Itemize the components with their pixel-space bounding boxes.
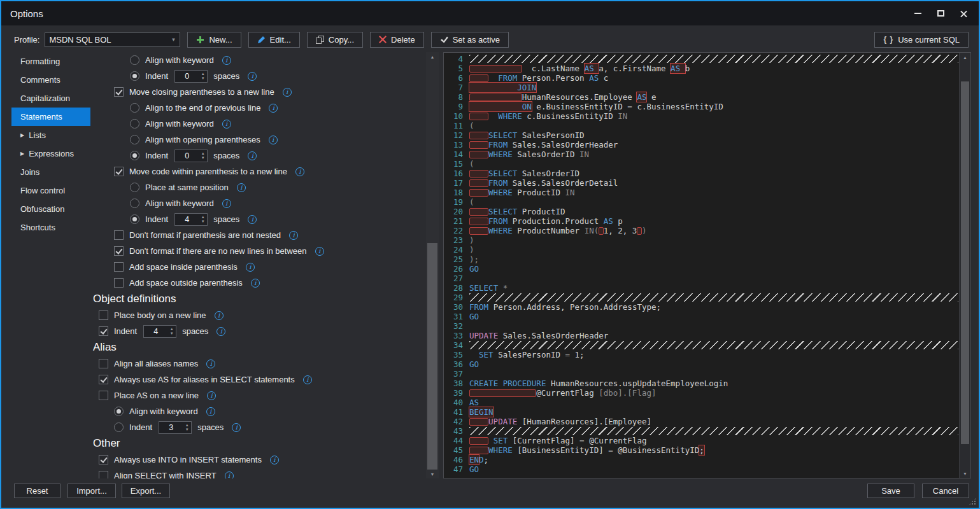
radio-icon[interactable] [130,151,139,160]
radio-icon[interactable] [130,199,139,208]
option-radio[interactable]: Align with keywordi [90,403,425,419]
checkbox-icon[interactable] [99,455,108,464]
checkbox-icon[interactable] [114,230,124,240]
info-icon[interactable]: i [248,215,257,224]
expand-arrow-icon[interactable]: ▶ [20,132,24,138]
sidebar-item-shortcuts[interactable]: Shortcuts [11,218,90,237]
info-icon[interactable]: i [283,88,292,97]
info-icon[interactable]: i [217,327,225,336]
copy-button[interactable]: Copy... [307,32,363,48]
option-checkbox[interactable]: Add space inside parenthesisi [90,259,425,275]
spinner-arrows[interactable]: ▲▼ [199,215,207,224]
option-radio[interactable]: Indent0▲▼spacesi [90,68,425,84]
option-checkbox[interactable]: Move code within parenthesis to a new li… [90,164,425,179]
option-radio[interactable]: Indent3▲▼spacesi [90,419,425,435]
spinner-down-icon[interactable]: ▼ [201,156,205,160]
import-button[interactable]: Import... [67,484,116,498]
option-radio[interactable]: Align with opening parenthesesi [90,132,425,148]
indent-spinner[interactable]: 0▲▼ [174,150,208,162]
close-button[interactable] [952,1,975,25]
indent-spinner[interactable]: 3▲▼ [159,421,192,434]
spinner-up-icon[interactable]: ▲ [201,215,205,220]
indent-spinner[interactable]: 4▲▼ [174,213,208,226]
checkbox-icon[interactable] [114,167,124,176]
option-checkbox[interactable]: Always use AS for aliases in SELECT stat… [90,372,425,387]
info-icon[interactable]: i [246,263,255,272]
sidebar-item-lists[interactable]: ▶Lists [11,126,90,144]
info-icon[interactable]: i [222,56,231,65]
spinner-down-icon[interactable]: ▼ [201,76,205,81]
checkbox-icon[interactable] [114,87,124,97]
cancel-button[interactable]: Cancel [922,484,969,498]
spinner-arrows[interactable]: ▲▼ [199,151,207,160]
options-scrollbar-thumb[interactable] [427,243,437,470]
radio-icon[interactable] [114,407,124,416]
radio-icon[interactable] [130,183,139,192]
info-icon[interactable]: i [269,104,278,113]
info-icon[interactable]: i [251,279,260,288]
spinner-down-icon[interactable]: ▼ [201,220,205,224]
maximize-button[interactable] [929,1,952,25]
option-radio[interactable]: Align with keywordi [90,116,425,132]
scroll-up-icon[interactable]: ▲ [426,52,439,61]
scroll-down-icon[interactable]: ▼ [426,470,439,478]
checkbox-icon[interactable] [99,359,108,368]
info-icon[interactable]: i [232,423,241,432]
export-button[interactable]: Export... [122,484,170,498]
info-icon[interactable]: i [248,151,257,160]
spinner-down-icon[interactable]: ▼ [170,331,174,336]
spinner-up-icon[interactable]: ▲ [170,327,174,331]
info-icon[interactable]: i [303,375,312,384]
option-checkbox[interactable]: Don't format if parenthesis are not nest… [90,227,425,243]
indent-spinner[interactable]: 4▲▼ [143,325,176,338]
radio-icon[interactable] [130,103,139,113]
checkbox-icon[interactable] [99,375,108,384]
scroll-up-icon[interactable]: ▲ [960,53,970,62]
info-icon[interactable]: i [248,72,257,81]
info-icon[interactable]: i [225,471,234,479]
option-radio[interactable]: Place at same positioni [90,179,425,195]
radio-icon[interactable] [130,55,139,65]
radio-icon[interactable] [130,135,139,144]
expand-arrow-icon[interactable]: ▶ [20,151,24,157]
option-checkbox[interactable]: Add space outside parenthesisi [90,275,425,291]
set-as-active-button[interactable]: Set as active [431,32,509,48]
info-icon[interactable]: i [222,199,231,208]
checkbox-icon[interactable] [114,246,124,256]
sidebar-item-statements[interactable]: Statements [11,108,90,126]
sidebar-item-comments[interactable]: Comments [11,71,90,89]
radio-icon[interactable] [130,119,139,129]
spinner-arrows[interactable]: ▲▼ [167,327,176,336]
indent-spinner[interactable]: 0▲▼ [174,70,208,83]
profile-select[interactable]: MSDN SQL BOL ▼ [45,32,180,47]
option-radio[interactable]: Indent4▲▼spacesi [90,211,425,227]
checkbox-icon[interactable] [99,310,108,320]
sidebar-item-joins[interactable]: Joins [11,163,90,181]
spinner-arrows[interactable]: ▲▼ [183,423,191,432]
info-icon[interactable]: i [269,136,278,144]
checkbox-icon[interactable] [114,278,124,288]
delete-button[interactable]: Delete [370,32,424,48]
option-checkbox[interactable]: Place body on a new linei [90,307,425,323]
info-icon[interactable]: i [289,231,298,240]
option-radio[interactable]: Indent0▲▼spacesi [90,148,425,164]
radio-icon[interactable] [130,214,139,224]
info-icon[interactable]: i [270,456,279,464]
option-checkbox[interactable]: Always use INTO in INSERT statementsi [90,452,425,468]
options-scrollbar[interactable]: ▲ ▼ [426,52,439,478]
reset-button[interactable]: Reset [14,484,60,498]
save-button[interactable]: Save [867,484,914,498]
scroll-down-icon[interactable]: ▼ [960,469,970,478]
radio-icon[interactable] [130,71,139,81]
spinner-up-icon[interactable]: ▲ [185,423,189,428]
option-checkbox[interactable]: Don't format if there are no new lines i… [90,243,425,259]
use-current-sql-button[interactable]: { } Use current SQL [874,32,969,48]
sidebar-item-expressions[interactable]: ▶Expressions [11,144,90,163]
info-icon[interactable]: i [315,247,324,256]
info-icon[interactable]: i [222,120,231,129]
preview-scrollbar[interactable]: ▲ ▼ [959,53,970,478]
minimize-button[interactable] [906,1,929,25]
checkbox-icon[interactable] [99,326,108,336]
option-checkbox[interactable]: Move closing parentheses to a new linei [90,84,425,100]
info-icon[interactable]: i [206,359,215,368]
